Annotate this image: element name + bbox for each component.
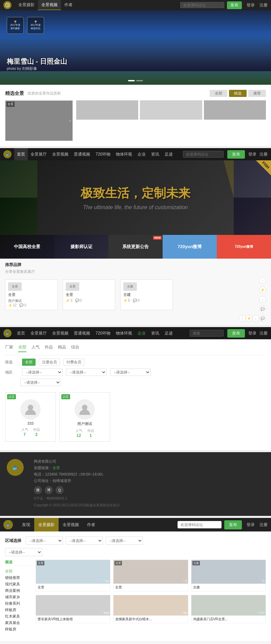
cat-item-extra[interactable]: 720yun微博 [217, 235, 271, 259]
featured-tab-recommended[interactable]: 推荐 [248, 90, 266, 97]
nav3-login-button[interactable]: 登录 [248, 331, 256, 336]
nav2-link-home[interactable]: 首页 [14, 148, 28, 160]
nav4-search-input[interactable] [178, 521, 222, 528]
brand-bottom-prev[interactable]: ↑ [239, 315, 246, 322]
featured-tab-all[interactable]: 全部 [210, 90, 227, 97]
ent-tab-works[interactable]: 作品 [45, 344, 53, 352]
ent-tab-quality[interactable]: 精品 [58, 344, 66, 352]
nav2-publish-button[interactable]: 发布 [227, 150, 245, 159]
brand-like-button[interactable]: ⚡ [259, 286, 266, 293]
brand-comment-button[interactable]: 💬 [259, 305, 266, 312]
sidebar-link-modern[interactable]: 现代家具 [5, 581, 32, 587]
nav1-search-input[interactable] [180, 2, 224, 8]
region-select-2[interactable]: --请选择-- [66, 368, 107, 376]
featured-thumb-3[interactable] [204, 100, 266, 120]
hero-dot-2[interactable] [136, 80, 143, 81]
nav2-link-news[interactable]: 资讯 [148, 148, 162, 160]
sidebar-link-all[interactable]: 全部 [5, 568, 32, 575]
brand-item-2[interactable]: 全景 全景 ⚡3 💬 0 [63, 279, 115, 310]
nav2-link-enterprise[interactable]: 企业 [135, 148, 148, 160]
nav1-link-author[interactable]: 作者 [61, 0, 76, 10]
nav1-register-button[interactable]: 注册 [259, 2, 268, 8]
cat-item-update[interactable]: NEW 系统更新公告 [108, 235, 163, 259]
nav3-link-normalvideo[interactable]: 普通视频 [71, 327, 93, 339]
nav2-search-input[interactable] [183, 151, 224, 158]
brand-prev-button[interactable]: ↑ [259, 277, 266, 284]
nav1-link-panorama-video[interactable]: 全景视频 [38, 0, 61, 10]
featured-arrow-icon[interactable]: › [69, 118, 71, 124]
featured-main-image[interactable]: 全景 › [5, 100, 73, 141]
nav3-link-enterprise[interactable]: 企业 [135, 327, 148, 339]
nav1-login-button[interactable]: 登录 [247, 2, 255, 8]
nav2-link-footprint[interactable]: 足迹 [162, 148, 175, 160]
sidebar-link-fair[interactable]: 家具展会 [5, 620, 32, 626]
region-select-4[interactable]: --请选择-- [20, 379, 61, 386]
nav4-link-panorama-photo[interactable]: 全景摄影 [34, 518, 59, 531]
nav4-publish-button[interactable]: 发布 [224, 520, 242, 529]
nav3-register-button[interactable]: 注册 [259, 331, 268, 336]
social-weibo[interactable]: 博 [45, 486, 53, 494]
nav3-link-720[interactable]: 720环物 [93, 327, 113, 339]
nav3-link-home[interactable]: 首页 [14, 327, 28, 339]
content-card-4[interactable]: ♡820 蕾非家具VR线上体验馆 [36, 595, 110, 623]
nav2-link-video[interactable]: 全景视频 [49, 148, 71, 160]
sidebar-link-chain[interactable]: 锁链推荐 [5, 575, 32, 581]
nav3-search-input[interactable] [190, 330, 224, 337]
brand-item-3[interactable]: 古建 古建 ⚡5 💬 0 [120, 279, 173, 310]
featured-thumb-1[interactable] [76, 100, 138, 120]
cat-item-university[interactable]: 中国高校全景 [0, 235, 54, 259]
filter-btn-all[interactable]: 全部 [22, 359, 36, 366]
content-card-5[interactable]: ♡64 龙继家具新中式白蜡木... [113, 595, 188, 623]
content-card-1[interactable]: 全景 ♡12 全景 [36, 560, 110, 591]
region-select-3[interactable]: --请选择-- [110, 368, 151, 376]
nav3-link-footprint[interactable]: 足迹 [162, 327, 175, 339]
cat-item-weibo[interactable]: 720yun微博 [163, 235, 217, 259]
sidebar-link-redwood[interactable]: 红木家具 [5, 613, 32, 620]
nav3-link-object[interactable]: 物体环视 [113, 327, 135, 339]
nav4-link-panorama-video[interactable]: 全景视频 [59, 518, 83, 531]
brand-next-button[interactable]: ↓ [259, 296, 266, 303]
social-wechat[interactable]: 微 [34, 486, 42, 494]
nav4-login-button[interactable]: 登录 [247, 522, 255, 528]
sidebar-link-sample-room[interactable]: 样板房 [5, 607, 32, 613]
filter-btn-registered[interactable]: 注册会员 [39, 359, 60, 366]
brand-bottom-comment[interactable]: 💬 [259, 315, 266, 322]
nav4-register-button[interactable]: 注册 [259, 522, 268, 528]
nav3-link-news[interactable]: 资讯 [148, 327, 162, 339]
sidebar-link-sample-room2[interactable]: 样板房 [5, 626, 32, 632]
ent-card-2[interactable]: 认证 用户测试 人气 12 作品 1 [59, 392, 110, 442]
featured-thumb-2[interactable] [140, 100, 202, 120]
featured-tab-selected[interactable]: 精选 [229, 90, 247, 97]
content-card-6[interactable]: ♡127 鸿盛家具门店VR全景... [191, 595, 266, 623]
ent-card-1[interactable]: 认证 333 人气 7 作品 2 [5, 392, 56, 442]
filter-btn-paid[interactable]: 付费会员 [63, 359, 84, 366]
nav4-link-author[interactable]: 作者 [83, 518, 99, 531]
nav2-link-gallery[interactable]: 全景展厅 [28, 148, 49, 160]
nav1-publish-button[interactable]: 发布 [227, 1, 242, 9]
mobile-region-select-3[interactable]: --请选择-- [106, 537, 143, 545]
nav3-link-gallery[interactable]: 全景展厅 [28, 327, 49, 339]
sidebar-link-city[interactable]: 城市家乡 [5, 594, 32, 600]
brand-item-1[interactable]: 全景 全景 用户测试 ⚡12 💬 0 [5, 279, 58, 310]
ent-tab-all[interactable]: 全部 [18, 344, 26, 352]
nav3-publish-button[interactable]: 发布 [227, 329, 245, 338]
brand-bottom-like[interactable]: ⚡ [246, 315, 252, 322]
mobile-region-select-4[interactable]: --请选择-- [5, 548, 42, 556]
content-card-2[interactable]: 全景 ♡2 全景 [113, 560, 188, 591]
sidebar-link-commercial[interactable]: 商业案例 [5, 587, 32, 594]
ent-tab-popular[interactable]: 人气 [32, 344, 40, 352]
ent-tab-comprehensive[interactable]: 综合 [71, 344, 79, 352]
nav2-login-button[interactable]: 登录 [248, 152, 256, 157]
nav2-link-object[interactable]: 物体环视 [113, 148, 135, 160]
ent-tab-manufacturer[interactable]: 厂家 [5, 344, 13, 352]
mobile-region-select-1[interactable]: --请选择-- [26, 537, 63, 545]
cat-item-photographer[interactable]: 摄影师认证 [54, 235, 108, 259]
sidebar-link-light-luxury[interactable]: 轻奢系列 [5, 600, 32, 607]
hero-dot-1[interactable] [128, 80, 135, 81]
mobile-region-select-2[interactable]: --请选择-- [66, 537, 103, 545]
nav4-link-discover[interactable]: 发现 [18, 518, 34, 531]
social-qq[interactable]: Q [56, 486, 64, 494]
nav2-link-normalvideo[interactable]: 普通视频 [71, 148, 93, 160]
nav3-link-video[interactable]: 全景视频 [49, 327, 71, 339]
nav1-link-panorama-photo[interactable]: 全景摄影 [15, 0, 38, 10]
